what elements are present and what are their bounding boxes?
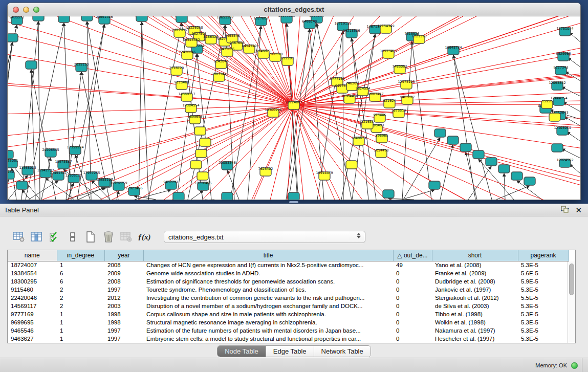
cell-in_degree[interactable]: 2: [57, 302, 104, 310]
cell-out_degree[interactable]: 0: [393, 335, 432, 343]
network-node[interactable]: 9475685: [220, 47, 235, 56]
cell-name[interactable]: 9115460: [8, 286, 57, 294]
table-row[interactable]: 1456911722003Disruption of a novel membe…: [8, 302, 569, 310]
network-node[interactable]: 12975105: [398, 80, 415, 89]
network-node[interactable]: [460, 143, 471, 151]
network-node[interactable]: 12923466: [125, 186, 142, 195]
network-node[interactable]: 20364436: [341, 94, 358, 103]
network-node[interactable]: [33, 16, 44, 21]
cell-name[interactable]: 9465546: [8, 326, 57, 335]
network-node[interactable]: 8454749: [242, 44, 257, 53]
network-view-window[interactable]: citations_edges.txt 94355722069140610653…: [7, 3, 581, 200]
network-node[interactable]: [26, 61, 37, 69]
close-window-icon[interactable]: [13, 7, 19, 13]
cell-out_degree[interactable]: 0: [393, 294, 432, 302]
cell-out_degree[interactable]: 0: [393, 326, 432, 335]
network-node[interactable]: 16782759: [110, 181, 127, 190]
network-node[interactable]: 621604: [383, 99, 396, 108]
cell-short[interactable]: de Silva et al. (2003): [432, 302, 518, 310]
table-row[interactable]: 1938455462009Genome-wide association stu…: [8, 269, 569, 277]
network-node[interactable]: 9457791: [164, 180, 179, 189]
network-node[interactable]: [200, 138, 211, 146]
cell-name[interactable]: 18724007: [8, 261, 57, 269]
cell-year[interactable]: 2012: [104, 294, 143, 302]
network-node[interactable]: 19384554: [182, 103, 199, 113]
cell-title[interactable]: Changes of HCN gene expression and I(f) …: [143, 261, 393, 269]
network-node[interactable]: [16, 181, 28, 189]
cell-pagerank[interactable]: 5.3E-5: [518, 326, 569, 335]
network-node[interactable]: [346, 161, 357, 169]
cell-year[interactable]: 2008: [104, 261, 143, 269]
network-node[interactable]: 20691406: [96, 16, 113, 24]
column-header-name[interactable]: name: [8, 250, 57, 261]
cell-out_degree[interactable]: 49: [393, 261, 432, 269]
delete-table-icon[interactable]: [102, 230, 115, 244]
cell-in_degree[interactable]: 2: [57, 286, 104, 294]
table-row[interactable]: 911546021997Tourette syndrome. Phenomeno…: [8, 286, 569, 294]
network-node[interactable]: 20206535: [42, 148, 59, 157]
network-node[interactable]: 10973493: [380, 49, 397, 58]
new-column-icon[interactable]: [84, 230, 97, 244]
cell-year[interactable]: 1997: [104, 286, 143, 294]
cell-in_degree[interactable]: 1: [57, 318, 104, 326]
select-columns-icon[interactable]: [48, 230, 61, 244]
memory-status-icon[interactable]: [571, 362, 578, 369]
cell-out_degree[interactable]: 0: [393, 277, 432, 286]
network-node[interactable]: 39150: [8, 170, 14, 179]
network-node[interactable]: 896965: [376, 134, 388, 143]
network-node[interactable]: 14569117: [178, 92, 195, 101]
function-builder-icon[interactable]: ƒ(x): [138, 230, 151, 244]
network-node[interactable]: 9435572: [10, 16, 25, 25]
network-node[interactable]: [498, 165, 510, 173]
network-node[interactable]: 15958: [541, 99, 553, 108]
cell-pagerank[interactable]: 5.3E-5: [518, 286, 569, 294]
network-node[interactable]: [383, 190, 394, 198]
scrollbar-thumb[interactable]: [569, 264, 574, 295]
network-node[interactable]: 10807447: [366, 92, 383, 101]
cell-year[interactable]: 1998: [104, 310, 143, 318]
network-node[interactable]: 9329966: [556, 52, 571, 61]
cell-in_degree[interactable]: 1: [57, 310, 104, 318]
network-node[interactable]: [194, 127, 206, 135]
tab-edge-table[interactable]: Edge Table: [266, 346, 314, 357]
network-node[interactable]: 11568023: [19, 166, 36, 175]
cell-short[interactable]: Franke et al. (2009): [432, 269, 518, 277]
cell-in_degree[interactable]: 1: [57, 335, 104, 343]
network-node[interactable]: [429, 181, 440, 189]
float-panel-icon[interactable]: [561, 206, 569, 215]
cell-short[interactable]: Wolkin et al. (1998): [432, 318, 518, 326]
table-mode-icon[interactable]: [12, 230, 26, 244]
cell-title[interactable]: Tourette syndrome. Phenomenology and cla…: [143, 286, 393, 294]
network-node[interactable]: 9242848: [214, 59, 229, 69]
zoom-window-icon[interactable]: [33, 7, 39, 13]
network-node[interactable]: 16914479: [316, 171, 333, 180]
cell-year[interactable]: 2003: [104, 302, 143, 310]
network-node[interactable]: 9463627: [400, 95, 415, 104]
network-node[interactable]: 19218506: [343, 29, 360, 38]
network-node[interactable]: 15716485: [194, 181, 211, 190]
cell-out_degree[interactable]: 0: [393, 302, 432, 310]
network-node[interactable]: 835051: [8, 159, 18, 168]
tab-network-table[interactable]: Network Table: [314, 346, 371, 357]
column-header-year[interactable]: year: [104, 250, 143, 261]
cell-out_degree[interactable]: 0: [393, 310, 432, 318]
cell-title[interactable]: Genome-wide association studies in ADHD.: [143, 269, 393, 277]
column-header-short[interactable]: short: [432, 250, 518, 261]
table-row[interactable]: 946362711997Embryonic stem cells: a mode…: [8, 335, 569, 343]
table-row[interactable]: 977716911998Corpus callosum shape and si…: [8, 310, 569, 318]
network-node[interactable]: 8186328: [204, 35, 219, 44]
cell-year[interactable]: 1997: [104, 326, 143, 335]
cell-title[interactable]: Disruption of a novel member of a sodium…: [143, 302, 393, 310]
network-node[interactable]: [524, 177, 535, 185]
network-node[interactable]: 12093832: [549, 81, 565, 90]
column-header-title[interactable]: title: [143, 250, 393, 261]
cell-name[interactable]: 14569117: [8, 302, 57, 310]
table-row[interactable]: 969969511998Structural magnetic resonanc…: [8, 318, 569, 326]
cell-short[interactable]: Tibbo et al. (1998): [432, 310, 518, 318]
cell-title[interactable]: Embryonic stem cells: a model to study s…: [143, 335, 393, 343]
cell-pagerank[interactable]: 5.9E-5: [518, 277, 569, 286]
cell-name[interactable]: 9777169: [8, 310, 57, 318]
network-window-titlebar[interactable]: citations_edges.txt: [8, 3, 580, 16]
network-node[interactable]: 1875519: [391, 108, 406, 118]
network-node[interactable]: 6466140: [302, 19, 317, 29]
